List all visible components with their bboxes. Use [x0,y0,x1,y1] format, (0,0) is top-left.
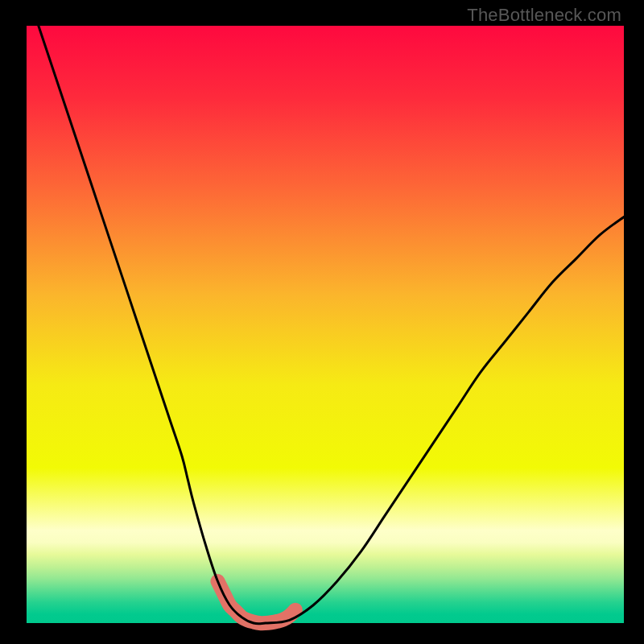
chart-canvas [0,0,644,644]
chart-frame: TheBottleneck.com [0,0,644,644]
watermark-text: TheBottleneck.com [467,5,621,26]
plot-background [27,26,624,623]
